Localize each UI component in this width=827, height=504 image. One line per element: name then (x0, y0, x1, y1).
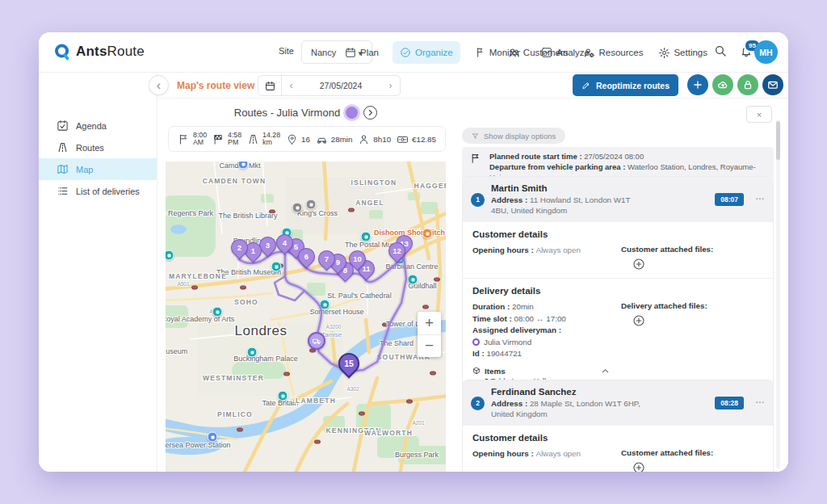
stat-flag: 8:00AM (178, 132, 207, 147)
date-picker: ‹ 27/05/2024 › (258, 75, 401, 96)
eta-chip[interactable]: 08:28 (715, 397, 744, 410)
top-navbar: AntsRoute Site Nancy ▼ PlanOrganizeMonit… (39, 32, 788, 73)
customer-files-label: Customer attached files: (621, 448, 763, 457)
deliveryman-color-icon (472, 338, 480, 346)
route-polyline (166, 162, 446, 472)
stat-road: 14.28km (247, 132, 280, 147)
cost-icon (397, 133, 409, 145)
route-color-dot[interactable] (346, 107, 358, 119)
tab-organize[interactable]: Organize (393, 41, 460, 64)
cloud-upload-button[interactable] (712, 74, 733, 95)
site-label: Site (279, 46, 294, 56)
duration-line: Duration : 20min (472, 301, 621, 313)
left-sidebar: AgendaRoutesMapList of deliveries (39, 73, 157, 472)
more-options-icon[interactable]: ... (756, 395, 765, 404)
map-zoom-control: + − (418, 312, 441, 357)
app-logo[interactable]: AntsRoute (53, 43, 145, 61)
previous-day-button[interactable]: ‹ (282, 76, 300, 95)
scrollbar-thumb[interactable] (776, 121, 780, 160)
nav-links: CustomersResourcesSettings (508, 39, 707, 66)
stat-pin: 16 (286, 133, 310, 145)
reoptimize-routes-button[interactable]: Reoptimize routes (573, 74, 678, 96)
route-details-panel: × Show display options Planned route sta… (456, 99, 788, 472)
sidebar-item-list-of-deliveries[interactable]: List of deliveries (39, 180, 157, 202)
lock-button[interactable] (737, 74, 758, 95)
plus-button[interactable] (687, 74, 708, 95)
route-title: Routes - Julia Virmond (234, 107, 340, 119)
cloud-upload-icon (717, 79, 728, 90)
agenda-icon (57, 120, 69, 132)
items-toggle[interactable]: Items (472, 367, 610, 376)
filter-icon (472, 132, 479, 140)
sidebar-item-routes[interactable]: Routes (39, 136, 157, 158)
customer-name: Martin Smith (491, 183, 646, 193)
zoom-out-button[interactable]: − (418, 335, 441, 358)
user-avatar[interactable]: MH (754, 40, 778, 64)
show-display-options-button[interactable]: Show display options (462, 128, 565, 144)
planned-start-line: Planned route start time : 27/05/2024 08… (489, 151, 766, 162)
opening-hours-line: Opening hours : Always open (472, 448, 621, 460)
next-day-button[interactable]: › (381, 76, 400, 95)
customer-files-label: Customer attached files: (621, 245, 763, 254)
stop-card-header[interactable]: 2 Ferdinand Sanchez Address : 28 Maple S… (463, 380, 773, 426)
show-options-label: Show display options (484, 132, 556, 141)
close-icon: × (757, 110, 762, 120)
tab-plan[interactable]: Plan (338, 41, 386, 64)
stat-finish-flag: 4:58PM (212, 132, 241, 147)
pin-icon (286, 133, 298, 145)
calendar-icon[interactable] (258, 76, 282, 95)
nav-link-resources[interactable]: Resources (583, 47, 643, 59)
circle-plus-icon (632, 258, 645, 271)
customers-icon (508, 47, 520, 59)
stat-cost: €12.85 (397, 133, 436, 145)
route-stats-bar: 8:00AM4:58PM14.28km1628min8h10€12.85 (168, 126, 446, 152)
circle-plus-icon (632, 314, 645, 327)
map-canvas[interactable]: Camden MktCAMDEN TOWNISLINGTONANGELHAGGE… (166, 162, 446, 472)
next-route-button[interactable] (363, 106, 377, 120)
timeslot-line: Time slot : 08:00 ↔ 17:00 (472, 313, 621, 326)
mail-button[interactable] (762, 74, 783, 95)
more-options-icon[interactable]: ... (756, 191, 765, 200)
sidebar-item-map[interactable]: Map (39, 158, 157, 180)
add-delivery-file-button[interactable] (632, 314, 645, 327)
app-logo-text: AntsRoute (76, 44, 145, 60)
deliveryman-value: Julia Virmond (472, 337, 621, 349)
customer-address: Address : 28 Maple St, London W1T 6HP, U… (491, 398, 646, 419)
chevron-right-icon (367, 109, 374, 116)
lock-icon (742, 79, 754, 90)
view-toolbar: ‹ Map's route view ‹ 27/05/2024 › Reopti… (157, 73, 788, 99)
notifications-bell-icon[interactable]: 95 (740, 44, 753, 57)
stop-number-badge: 1 (471, 193, 485, 207)
stop-card-header[interactable]: 1 Martin Smith Address : 11 Howland St, … (463, 177, 773, 222)
plus-icon (692, 79, 703, 90)
stat-car: 28min (316, 133, 353, 145)
delivery-files-label: Delivery attached files: (621, 301, 763, 310)
chevron-left-icon: ‹ (157, 78, 161, 93)
delivery-id-line: Id : 19044721 (472, 348, 621, 360)
resources-icon (583, 47, 595, 59)
nav-link-settings[interactable]: Settings (658, 47, 707, 59)
add-customer-file-button[interactable] (632, 461, 645, 472)
date-value[interactable]: 27/05/2024 (300, 76, 381, 95)
road-icon (247, 133, 259, 145)
finish-flag-icon (212, 133, 225, 145)
search-icon[interactable] (714, 44, 727, 57)
close-panel-button[interactable]: × (746, 106, 772, 123)
package-icon (472, 367, 481, 375)
stop-number-badge: 2 (471, 397, 485, 410)
mail-icon (767, 79, 779, 90)
zoom-in-button[interactable]: + (418, 312, 441, 335)
reoptimize-label: Reoptimize routes (596, 81, 670, 90)
chevron-up-icon (601, 367, 610, 376)
add-customer-file-button[interactable] (632, 258, 645, 271)
panel-scrollbar[interactable] (776, 120, 780, 468)
customer-name: Ferdinand Sanchez (491, 387, 646, 397)
view-title: Map's route view (177, 73, 254, 99)
eta-chip[interactable]: 08:07 (715, 193, 744, 206)
vehicle-marker[interactable] (308, 332, 325, 350)
back-button[interactable]: ‹ (149, 75, 169, 95)
circle-plus-icon (632, 461, 645, 472)
nav-link-customers[interactable]: Customers (508, 47, 569, 59)
car-icon (316, 133, 328, 145)
sidebar-item-agenda[interactable]: Agenda (39, 115, 157, 136)
